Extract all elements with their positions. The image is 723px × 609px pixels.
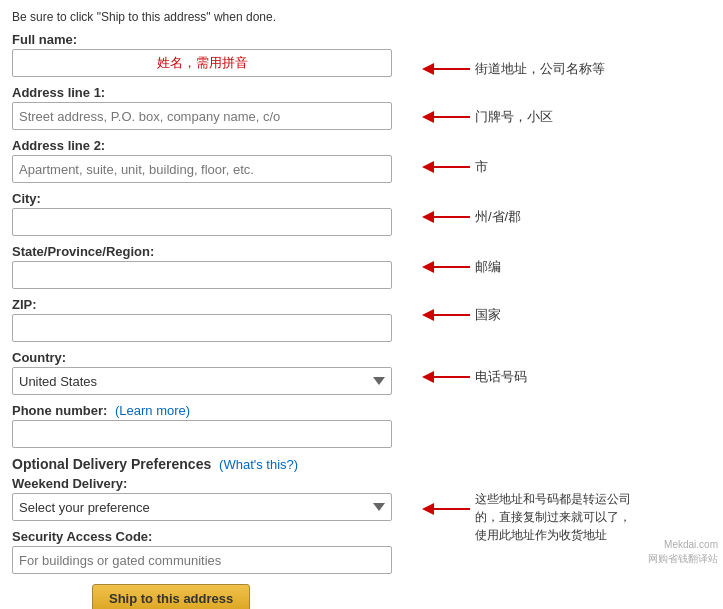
annotation-state: 州/省/郡 [420, 208, 521, 226]
annotation-zip-text: 邮编 [475, 258, 501, 276]
state-input[interactable] [12, 261, 392, 289]
country-group: Country: United States China Canada Unit… [12, 350, 408, 395]
annotation-country: 国家 [420, 306, 501, 324]
fullname-input[interactable] [12, 49, 392, 77]
arrow-addr2-icon [420, 108, 475, 126]
zip-input[interactable] [12, 314, 392, 342]
address2-label: Address line 2: [12, 138, 408, 153]
country-select-wrapper: United States China Canada United Kingdo… [12, 367, 392, 395]
weekend-group: Weekend Delivery: Select your preference… [12, 476, 408, 521]
address2-group: Address line 2: [12, 138, 408, 183]
address1-input[interactable] [12, 102, 392, 130]
annotation-note-text: 这些地址和号码都是转运公司的，直接复制过来就可以了，使用此地址作为收货地址 [475, 490, 631, 544]
weekend-label: Weekend Delivery: [12, 476, 408, 491]
annotation-phone: 电话号码 [420, 368, 527, 386]
annotation-note: 这些地址和号码都是转运公司的，直接复制过来就可以了，使用此地址作为收货地址 [420, 490, 631, 544]
state-label: State/Province/Region: [12, 244, 408, 259]
phone-input[interactable] [12, 420, 392, 448]
security-group: Security Access Code: [12, 529, 408, 574]
annotation-city-text: 市 [475, 158, 488, 176]
whats-this-link[interactable]: (What's this?) [219, 457, 298, 472]
arrow-state-icon [420, 208, 475, 226]
annotation-addr2-text: 门牌号，小区 [475, 108, 553, 126]
phone-label: Phone number: (Learn more) [12, 403, 408, 418]
arrow-note-icon [420, 494, 475, 524]
arrow-country-icon [420, 306, 475, 324]
address2-input[interactable] [12, 155, 392, 183]
state-group: State/Province/Region: [12, 244, 408, 289]
annotation-country-text: 国家 [475, 306, 501, 324]
watermark: Mekdai.com 网购省钱翻译站 [648, 538, 718, 566]
country-select[interactable]: United States China Canada United Kingdo… [12, 367, 392, 395]
optional-section: Optional Delivery Preferences (What's th… [12, 456, 408, 574]
phone-learn-more[interactable]: (Learn more) [115, 403, 190, 418]
zip-group: ZIP: [12, 297, 408, 342]
weekend-select-wrapper: Select your preference Yes No [12, 493, 392, 521]
zip-label: ZIP: [12, 297, 408, 312]
arrow-phone-icon [420, 368, 475, 386]
annotation-zip: 邮编 [420, 258, 501, 276]
ship-address-button[interactable]: Ship to this address [92, 584, 250, 609]
arrow-zip-icon [420, 258, 475, 276]
annotation-state-text: 州/省/郡 [475, 208, 521, 226]
city-group: City: [12, 191, 408, 236]
arrow-addr1-icon [420, 60, 475, 78]
arrow-city-icon [420, 158, 475, 176]
security-label: Security Access Code: [12, 529, 408, 544]
notice-text: Be sure to click "Ship to this address" … [12, 10, 276, 24]
city-label: City: [12, 191, 408, 206]
fullname-group: Full name: [12, 32, 408, 77]
top-notice: Be sure to click "Ship to this address" … [12, 10, 408, 24]
phone-group: Phone number: (Learn more) [12, 403, 408, 448]
annotation-addr1-text: 街道地址，公司名称等 [475, 60, 605, 78]
weekend-select[interactable]: Select your preference Yes No [12, 493, 392, 521]
fullname-label: Full name: [12, 32, 408, 47]
city-input[interactable] [12, 208, 392, 236]
annotations-column: 街道地址，公司名称等 门牌号，小区 市 州/省/郡 [420, 0, 723, 570]
address1-group: Address line 1: [12, 85, 408, 130]
country-label: Country: [12, 350, 408, 365]
annotation-addr2: 门牌号，小区 [420, 108, 553, 126]
annotation-city: 市 [420, 158, 488, 176]
address1-label: Address line 1: [12, 85, 408, 100]
security-input[interactable] [12, 546, 392, 574]
optional-title: Optional Delivery Preferences (What's th… [12, 456, 408, 472]
annotation-addr1: 街道地址，公司名称等 [420, 60, 605, 78]
annotation-phone-text: 电话号码 [475, 368, 527, 386]
form-column: Be sure to click "Ship to this address" … [0, 0, 420, 609]
